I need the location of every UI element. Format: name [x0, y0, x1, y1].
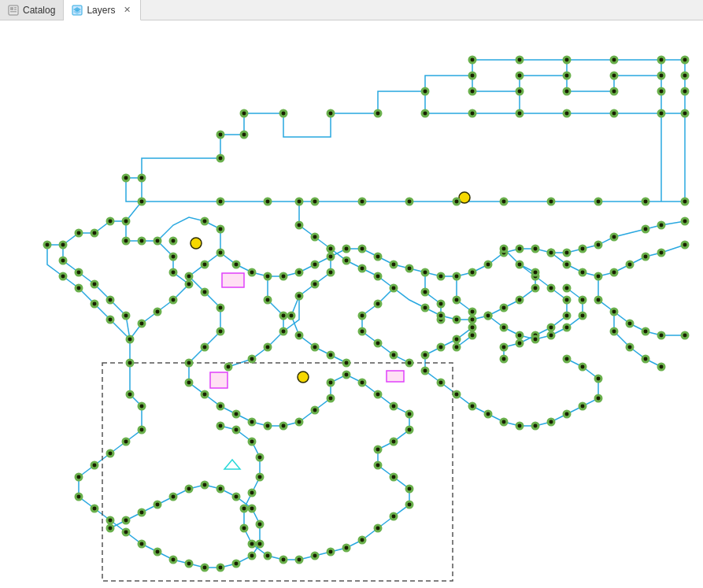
cyan-arrow: [224, 460, 240, 469]
pink-box-2: [210, 372, 228, 388]
layers-tab-close[interactable]: ✕: [122, 4, 132, 16]
tab-bar: Catalog Layers ✕: [0, 0, 703, 20]
tab-layers[interactable]: Layers ✕: [64, 0, 141, 20]
catalog-tab-label: Catalog: [23, 5, 55, 16]
svg-rect-3: [14, 9, 17, 10]
pink-box-3: [387, 371, 404, 382]
svg-rect-4: [10, 11, 17, 13]
pink-box-1: [222, 273, 244, 287]
layers-icon: [72, 5, 83, 16]
svg-rect-2: [14, 7, 17, 9]
special-node-yellow-3: [298, 372, 309, 383]
catalog-icon: [8, 5, 19, 16]
special-node-yellow-2: [459, 192, 470, 203]
special-node-yellow-1: [191, 238, 202, 249]
selection-box: [102, 363, 453, 581]
svg-rect-1: [10, 7, 13, 10]
map-area[interactable]: [0, 20, 703, 588]
map-canvas: [0, 20, 703, 588]
tab-catalog[interactable]: Catalog: [0, 0, 64, 20]
layers-tab-label: Layers: [87, 5, 115, 16]
